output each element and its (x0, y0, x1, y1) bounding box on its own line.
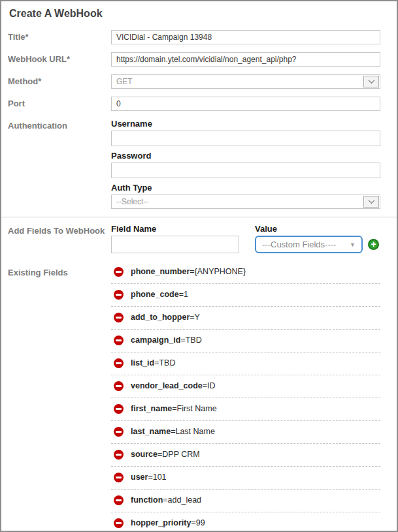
existing-field-row: hopper_priority=99 (111, 512, 380, 532)
remove-field-icon[interactable] (114, 473, 124, 482)
method-select[interactable]: GET (111, 74, 380, 89)
webhook-url-label: WebHook URL* (8, 52, 111, 67)
existing-field-row: user=101 (111, 467, 380, 490)
password-input[interactable] (111, 163, 380, 178)
port-label: Port (8, 97, 111, 111)
existing-field-row: last_name=Last Name (111, 421, 380, 444)
existing-field-row: phone_number={ANYPHONE} (111, 261, 380, 284)
add-fields-label: Add Fields To WebHook (8, 224, 111, 253)
webhook-url-row: WebHook URL* (8, 52, 380, 67)
existing-field-text: phone_number={ANYPHONE} (131, 266, 246, 278)
existing-field-text: first_name=First Name (131, 403, 217, 415)
existing-fields-list: phone_number={ANYPHONE} phone_code=1 add… (111, 261, 380, 532)
title-input[interactable] (111, 30, 380, 44)
existing-field-row: list_id=TBD (111, 352, 380, 375)
existing-field-row: function=add_lead (111, 490, 380, 512)
value-select[interactable]: ---Custom Fields---- ▼ (255, 236, 363, 253)
password-label: Password (111, 151, 380, 161)
method-row: Method* GET (8, 74, 380, 89)
remove-field-icon[interactable] (114, 313, 124, 322)
existing-fields-row: Existing Fields phone_number={ANYPHONE} … (8, 261, 380, 532)
create-webhook-panel: Create A WebHook Title* WebHook URL* Met… (0, 0, 398, 532)
remove-field-icon[interactable] (114, 290, 124, 300)
remove-field-icon[interactable] (114, 404, 124, 414)
field-name-input[interactable] (111, 236, 239, 253)
method-label: Method* (8, 74, 111, 89)
title-label: Title* (8, 30, 111, 44)
port-input[interactable] (111, 97, 380, 111)
existing-field-text: hopper_priority=99 (131, 517, 205, 529)
existing-field-text: vendor_lead_code=ID (131, 380, 216, 392)
existing-field-row: vendor_lead_code=ID (111, 375, 380, 398)
remove-field-icon[interactable] (114, 336, 124, 345)
value-label: Value (255, 224, 379, 234)
existing-field-text: add_to_hopper=Y (131, 311, 200, 324)
remove-field-icon[interactable] (114, 267, 124, 277)
add-fields-row: Add Fields To WebHook Field Name Value -… (8, 224, 380, 253)
auth-type-label: Auth Type (111, 183, 380, 193)
section-divider (1, 217, 397, 217)
method-select-value: GET (116, 77, 133, 86)
remove-field-icon[interactable] (114, 518, 124, 528)
existing-field-row: first_name=First Name (111, 398, 380, 421)
title-row: Title* (8, 30, 380, 44)
remove-field-icon[interactable] (114, 381, 124, 391)
existing-field-row: phone_code=1 (111, 284, 380, 307)
chevron-down-icon (363, 76, 379, 87)
auth-type-select[interactable]: --Select-- (111, 195, 380, 209)
chevron-down-icon (363, 196, 379, 208)
existing-field-text: last_name=Last Name (131, 426, 215, 438)
existing-field-row: campaign_id=TBD (111, 330, 380, 352)
remove-field-icon[interactable] (114, 450, 124, 460)
existing-fields-label: Existing Fields (8, 261, 111, 532)
remove-field-icon[interactable] (114, 358, 124, 368)
auth-type-select-value: --Select-- (116, 197, 148, 206)
authentication-label: Authentication (8, 119, 111, 209)
existing-field-row: add_to_hopper=Y (111, 307, 380, 330)
existing-field-text: list_id=TBD (131, 357, 175, 369)
page-title: Create A WebHook (9, 8, 380, 20)
value-select-value: ---Custom Fields---- (262, 240, 336, 249)
port-row: Port (8, 97, 380, 111)
existing-field-text: phone_code=1 (131, 289, 188, 301)
existing-field-text: user=101 (131, 471, 167, 484)
add-field-plus-icon[interactable]: + (368, 239, 379, 250)
username-label: Username (111, 119, 380, 129)
existing-field-text: function=add_lead (131, 494, 201, 507)
field-name-label: Field Name (111, 224, 239, 234)
existing-field-row: source=DPP CRM (111, 444, 380, 467)
existing-field-text: source=DPP CRM (131, 448, 200, 461)
remove-field-icon[interactable] (114, 495, 124, 505)
authentication-row: Authentication Username Password Auth Ty… (8, 119, 380, 209)
username-input[interactable] (111, 131, 380, 146)
existing-field-text: campaign_id=TBD (131, 334, 202, 347)
remove-field-icon[interactable] (114, 427, 124, 437)
dropdown-arrow-icon: ▼ (350, 242, 356, 248)
webhook-url-input[interactable] (111, 52, 380, 67)
